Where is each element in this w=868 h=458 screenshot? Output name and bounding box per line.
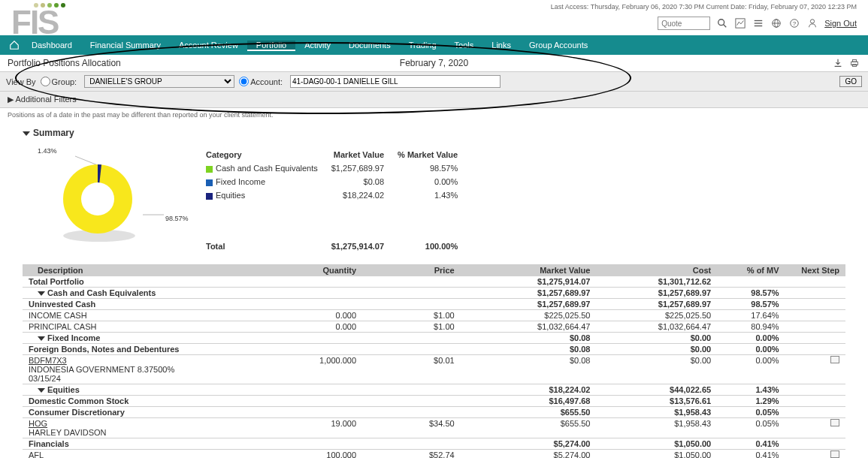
signout-link[interactable]: Sign Out <box>824 19 857 28</box>
col-price: Price <box>362 264 461 276</box>
nav-item-documents[interactable]: Documents <box>340 41 400 50</box>
nav-item-group-accounts[interactable]: Group Accounts <box>520 41 597 50</box>
table-row: Equities$18,224.02$44,022.651.43% <box>23 384 845 396</box>
nav-item-portfolio[interactable]: Portfolio <box>247 41 295 51</box>
chart-icon[interactable] <box>734 17 746 29</box>
summary-legend: Category Market Value % Market Value Cas… <box>203 147 470 254</box>
positions-grid: Description Quantity Price Market Value … <box>23 264 845 458</box>
status-line: Last Access: Thursday, February 06, 2020… <box>551 3 857 11</box>
group-select[interactable]: DANIELLE'S GROUP <box>84 75 234 88</box>
table-row: PRINCIPAL CASH0.000$1.00$1,032,664.47$1,… <box>23 321 845 333</box>
svg-point-19 <box>81 182 114 215</box>
nav-item-financial-summary[interactable]: Financial Summary <box>81 41 170 50</box>
table-row: Consumer Discretionary$655.50$1,958.430.… <box>23 407 845 418</box>
page-date: February 7, 2020 <box>400 58 468 68</box>
header: FIS Last Access: Thursday, February 06, … <box>0 0 868 35</box>
note-icon[interactable] <box>830 450 839 458</box>
legend-row: Equities$18,224.021.43% <box>204 189 468 201</box>
col-market-value: Market Value <box>461 264 597 276</box>
nav-item-account-review[interactable]: Account Review <box>170 41 247 50</box>
view-by-label: View By <box>6 77 36 86</box>
svg-text:?: ? <box>793 20 797 27</box>
nav-item-activity[interactable]: Activity <box>295 41 340 50</box>
table-row: Cash and Cash Equivalents$1,257,689.97$1… <box>23 288 845 299</box>
legend-row: Cash and Cash Equivalents$1,257,689.9798… <box>204 162 468 174</box>
table-row: AFLAFLAC100.000$52.74$5,274.00$1,050.000… <box>23 450 845 458</box>
legend-row: Fixed Income$0.080.00% <box>204 176 468 188</box>
svg-point-11 <box>811 20 815 23</box>
note-icon[interactable] <box>830 356 839 363</box>
nav-item-dashboard[interactable]: Dashboard <box>23 41 81 50</box>
col-cost: Cost <box>596 264 717 276</box>
svg-line-15 <box>75 156 98 165</box>
svg-line-1 <box>724 25 727 28</box>
home-icon[interactable] <box>6 40 23 50</box>
table-row: INCOME CASH0.000$1.00$225,025.50$225,025… <box>23 310 845 321</box>
help-icon[interactable]: ? <box>788 17 800 29</box>
globe-icon[interactable] <box>770 17 782 29</box>
go-button[interactable]: GO <box>839 76 862 87</box>
table-row: HOGHARLEY DAVIDSON19.000$34.50$655.50$1,… <box>23 418 845 438</box>
page-header: Portfolio Positions Allocation February … <box>0 55 868 72</box>
user-icon[interactable] <box>806 17 818 29</box>
logo: FIS <box>11 3 65 35</box>
nav-bar: DashboardFinancial SummaryAccount Review… <box>0 35 868 55</box>
col-pct-mv: % of MV <box>717 264 785 276</box>
group-radio[interactable]: Group: <box>41 77 77 86</box>
download-icon[interactable] <box>832 57 844 69</box>
col-description: Description <box>23 264 280 276</box>
account-input[interactable] <box>290 75 501 88</box>
page-title: Portfolio Positions Allocation <box>8 58 121 68</box>
svg-rect-13 <box>852 60 856 62</box>
donut-label-large: 98.57% <box>165 215 189 222</box>
donut-chart: 1.43% 98.57% <box>23 147 188 245</box>
table-row: Uninvested Cash$1,257,689.97$1,257,689.9… <box>23 299 845 310</box>
print-icon[interactable] <box>848 57 860 69</box>
disclaimer-text: Positions as of a date in the past may b… <box>0 108 868 122</box>
filter-bar: View By Group: DANIELLE'S GROUP Account:… <box>0 72 868 92</box>
nav-item-tools[interactable]: Tools <box>446 41 483 50</box>
svg-point-0 <box>718 20 724 26</box>
quote-input[interactable] <box>658 17 710 30</box>
table-row: Domestic Common Stock$16,497.68$13,576.6… <box>23 396 845 407</box>
table-row: Financials$5,274.00$1,050.000.41% <box>23 438 845 450</box>
table-row: Fixed Income$0.08$0.000.00% <box>23 333 845 344</box>
note-icon[interactable] <box>830 419 839 426</box>
nav-item-links[interactable]: Links <box>482 41 520 50</box>
table-row: Total Portfolio$1,275,914.07$1,301,712.6… <box>23 276 845 288</box>
account-radio[interactable]: Account: <box>239 77 283 86</box>
logo-text: FIS <box>11 9 65 35</box>
col-quantity: Quantity <box>280 264 363 276</box>
table-row: Foreign Bonds, Notes and Debentures$0.08… <box>23 344 845 355</box>
table-row: BDFM7X3INDONESIA GOVERNMENT 8.37500%03/1… <box>23 355 845 384</box>
col-next-step: Next Step <box>785 264 845 276</box>
search-icon[interactable] <box>716 17 728 29</box>
additional-filters-toggle[interactable]: ▶ Additional Filters <box>0 92 868 108</box>
menu-icon[interactable] <box>752 17 764 29</box>
summary-heading[interactable]: Summary <box>23 125 845 141</box>
nav-item-trading[interactable]: Trading <box>400 41 446 50</box>
